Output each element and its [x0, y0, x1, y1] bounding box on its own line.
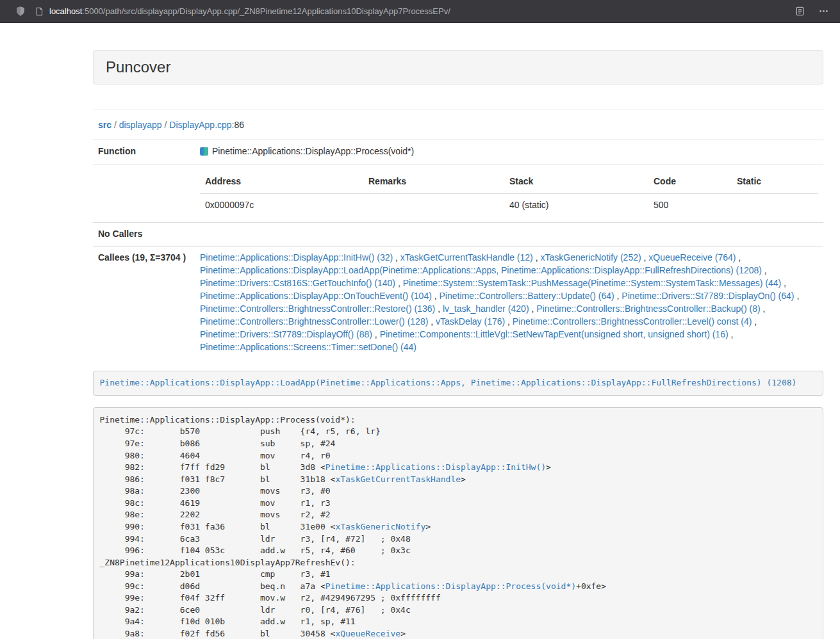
callees-label: Callees (19, Σ=3704 )	[93, 246, 195, 359]
stats-values-row: 0x0000097c 40 (static) 500	[200, 193, 818, 216]
toolbar-actions	[795, 6, 832, 16]
stats-code-value: 500	[648, 193, 732, 216]
callee-link[interactable]: lv_task_handler (420)	[443, 303, 529, 314]
disasm-symbol-link[interactable]: Pinetime::Applications::DisplayApp::Init…	[325, 462, 546, 472]
callee-link[interactable]: Pinetime::System::SystemTask::PushMessag…	[403, 278, 782, 288]
symbol-stack-pre: Pinetime::Applications::DisplayApp::Load…	[93, 371, 823, 396]
breadcrumb-separator: /	[111, 120, 119, 130]
stats-static-value	[732, 193, 818, 216]
stats-remarks-value	[363, 193, 504, 216]
callee-link[interactable]: Pinetime::Applications::DisplayApp::Init…	[200, 252, 393, 263]
callee-link[interactable]: Pinetime::Applications::DisplayApp::OnTo…	[200, 291, 432, 301]
function-type-icon	[200, 147, 208, 159]
stats-header-static: Static	[732, 170, 818, 193]
callee-link[interactable]: Pinetime::Drivers::St7789::DisplayOn() (…	[622, 291, 794, 301]
disasm-symbol-link[interactable]: xTaskGetCurrentTaskHandle	[335, 474, 461, 484]
stats-stack-value: 40 (static)	[504, 193, 648, 216]
breadcrumb-line-number: 86	[234, 120, 244, 130]
app-title: Puncover	[106, 57, 811, 77]
callee-link[interactable]: xTaskGenericNotify (252)	[540, 252, 641, 263]
no-callers-label: No Callers	[93, 222, 195, 246]
page-actions-menu-icon[interactable]	[819, 6, 828, 16]
stats-address-value: 0x0000097c	[200, 193, 363, 216]
stats-row: Address Remarks Stack Code Static 0x0000…	[93, 165, 823, 222]
callees-list: Pinetime::Applications::DisplayApp::Init…	[195, 246, 823, 359]
breadcrumb-link[interactable]: DisplayApp.cpp:	[169, 120, 234, 130]
breadcrumb: src / displayapp / DisplayApp.cpp:86	[93, 118, 823, 131]
page-info-icon[interactable]	[35, 7, 44, 16]
url-host: localhost	[49, 6, 82, 16]
no-callers-cell	[195, 222, 823, 246]
callee-link[interactable]: Pinetime::Applications::Screens::Timer::…	[200, 342, 416, 352]
stats-header-remarks: Remarks	[363, 170, 504, 193]
callee-link[interactable]: vTaskDelay (176)	[436, 316, 505, 327]
load-app-symbol-link[interactable]: Pinetime::Applications::DisplayApp::Load…	[100, 378, 797, 387]
callee-link[interactable]: Pinetime::Drivers::St7789::DisplayOff() …	[200, 329, 372, 339]
callee-link[interactable]: Pinetime::Controllers::BrightnessControl…	[200, 303, 435, 314]
url-bar[interactable]: localhost:5000/path/src/displayapp/Displ…	[35, 6, 795, 16]
callee-link[interactable]: Pinetime::Controllers::Battery::Update()…	[440, 291, 614, 301]
puncover-page: Puncover src / displayapp / DisplayApp.c…	[93, 23, 823, 639]
stats-header-address: Address	[200, 170, 363, 193]
disasm-symbol-link[interactable]: xQueueReceive	[335, 629, 400, 638]
callees-row: Callees (19, Σ=3704 ) Pinetime::Applicat…	[93, 246, 823, 359]
callee-link[interactable]: Pinetime::Controllers::BrightnessControl…	[200, 316, 428, 327]
disasm-symbol-link[interactable]: xTaskGenericNotify	[335, 522, 425, 531]
stats-header-row: Address Remarks Stack Code Static	[200, 170, 818, 193]
stats-header-stack: Stack	[504, 170, 648, 193]
function-detail-table: Function Pinetime::Applications::Display…	[93, 140, 823, 359]
no-callers-row: No Callers	[93, 222, 823, 246]
function-name-cell: Pinetime::Applications::DisplayApp::Proc…	[195, 140, 823, 165]
divider	[93, 109, 823, 110]
callee-link[interactable]: Pinetime::Drivers::Cst816S::GetTouchInfo…	[200, 278, 395, 288]
stats-row-label	[93, 165, 195, 222]
reader-view-icon[interactable]	[795, 6, 805, 16]
function-name: Pinetime::Applications::DisplayApp::Proc…	[212, 146, 414, 156]
stats-header-code: Code	[648, 170, 732, 193]
callee-link[interactable]: Pinetime::Components::LittleVgl::SetNewT…	[380, 329, 729, 339]
breadcrumb-separator: /	[162, 120, 170, 130]
callee-link[interactable]: xTaskGetCurrentTaskHandle (12)	[400, 252, 533, 263]
disasm-symbol-link[interactable]: Pinetime::Applications::DisplayApp::Proc…	[325, 581, 576, 591]
stats-cell: Address Remarks Stack Code Static 0x0000…	[195, 165, 823, 222]
callee-link[interactable]: Pinetime::Controllers::BrightnessControl…	[536, 303, 760, 314]
callee-link[interactable]: Pinetime::Controllers::BrightnessControl…	[513, 316, 752, 327]
app-header-panel: Puncover	[93, 50, 823, 85]
url-path: :5000/path/src/displayapp/DisplayApp.cpp…	[82, 6, 450, 16]
url-text: localhost:5000/path/src/displayapp/Displ…	[49, 6, 450, 16]
callee-link[interactable]: xQueueReceive (764)	[648, 252, 736, 263]
breadcrumb-link[interactable]: displayapp	[119, 120, 162, 130]
stats-table: Address Remarks Stack Code Static 0x0000…	[200, 170, 818, 217]
function-row: Function Pinetime::Applications::Display…	[93, 140, 823, 165]
callee-link[interactable]: Pinetime::Applications::DisplayApp::Load…	[200, 265, 762, 275]
breadcrumb-link[interactable]: src	[98, 120, 111, 130]
disassembly-pre: Pinetime::Applications::DisplayApp::Proc…	[93, 407, 823, 639]
browser-toolbar: localhost:5000/path/src/displayapp/Displ…	[0, 0, 840, 23]
tracking-shield-icon[interactable]	[15, 6, 26, 17]
function-label: Function	[93, 140, 195, 165]
